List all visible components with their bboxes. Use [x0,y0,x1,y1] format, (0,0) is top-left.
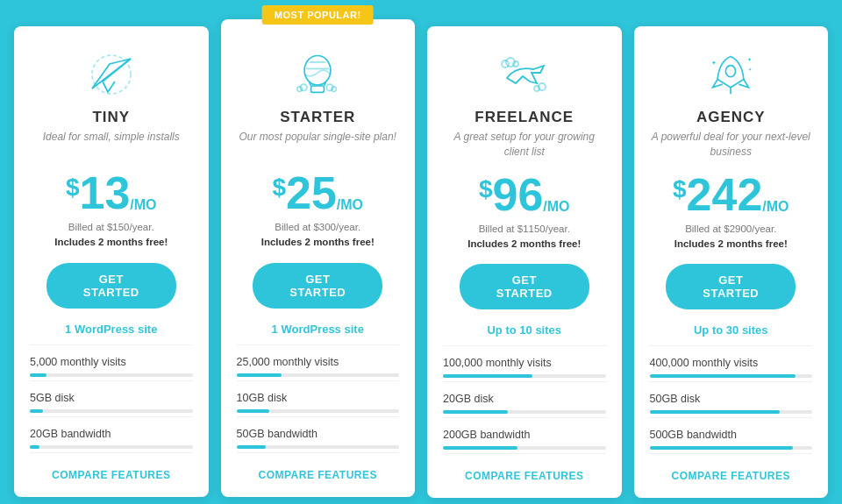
price-amount: 242 [687,172,763,217]
plan-icon-tiny [80,47,143,100]
feature-bar-fill [237,409,269,413]
feature-bar-fill [650,374,796,378]
feature-label: 5GB disk [30,392,75,404]
plan-name: TINY [92,109,130,126]
plan-price: $ 96 /MO [479,172,570,217]
feature-bar-bg [650,410,813,414]
feature-bar-fill [30,445,39,449]
feature-label: 20GB bandwidth [30,428,111,440]
feature-label: 500GB bandwidth [650,429,737,441]
plan-icon-starter [286,47,349,100]
feature-label: 20GB disk [443,393,494,405]
plan-features-list: 5,000 monthly visits 5GB disk 20GB bandw… [30,344,193,453]
price-dollar: $ [66,175,80,200]
plan-name: AGENCY [696,109,766,126]
feature-bar-bg [650,446,813,450]
get-started-button[interactable]: GET STARTED [46,263,176,309]
price-amount: 13 [80,170,131,216]
feature-bar-fill [443,410,508,414]
price-amount: 25 [286,170,337,216]
price-billed: Billed at $150/year.Includes 2 months fr… [54,220,168,251]
plan-sites: 1 WordPress site [272,323,364,336]
feature-bar-fill [237,445,266,449]
feature-bar-bg [30,445,193,449]
feature-row: 25,000 monthly visits [237,345,400,381]
price-billed: Billed at $2900/year.Includes 2 months f… [674,222,788,252]
svg-rect-5 [311,86,325,92]
plan-name: FREELANCE [475,109,574,126]
feature-label: 5,000 monthly visits [30,356,126,368]
plan-card-tiny: TINY Ideal for small, simple installs $ … [14,26,209,497]
get-started-button[interactable]: GET STARTED [460,264,589,309]
svg-text:✦: ✦ [747,57,752,62]
feature-row: 200GB bandwidth [443,418,606,454]
feature-bar-bg [443,410,606,414]
compare-features-link[interactable]: COMPARE FEATURES [52,469,171,481]
feature-row: 5GB disk [30,381,193,417]
plan-price: $ 13 /MO [66,170,157,216]
feature-bar-bg [650,374,813,378]
feature-label: 10GB disk [237,392,288,404]
feature-bar-fill [650,410,780,414]
feature-row: 50GB bandwidth [237,417,400,453]
price-mo: /MO [337,198,363,212]
compare-features-link[interactable]: COMPARE FEATURES [671,470,790,482]
feature-label: 100,000 monthly visits [443,357,552,369]
plan-features-list: 100,000 monthly visits 20GB disk 200GB b… [443,345,606,454]
price-dollar: $ [479,177,493,202]
feature-row: 5,000 monthly visits [30,345,193,381]
feature-label: 50GB bandwidth [237,428,318,440]
plan-sites: Up to 10 sites [487,323,561,337]
feature-bar-fill [30,409,43,413]
get-started-button[interactable]: GET STARTED [666,264,796,309]
price-dollar: $ [673,177,687,202]
feature-bar-fill [443,374,532,378]
svg-point-17 [726,66,736,77]
plan-card-freelance: FREELANCE A great setup for your growing… [427,26,622,498]
svg-text:✦: ✦ [749,67,753,72]
compare-features-link[interactable]: COMPARE FEATURES [465,470,584,482]
feature-row: 50GB disk [650,382,813,418]
price-mo: /MO [130,198,156,212]
plan-desc: Ideal for small, simple installs [43,130,180,158]
plan-card-agency: ✦ ✦ ✦ AGENCY A powerful deal for your ne… [634,26,829,498]
plan-desc: Our most popular single-site plan! [239,130,396,158]
feature-row: 10GB disk [237,381,400,417]
feature-row: 20GB disk [443,382,606,418]
plan-sites: 1 WordPress site [65,323,157,336]
feature-bar-fill [237,373,282,377]
price-mo: /MO [543,200,569,214]
get-started-button[interactable]: GET STARTED [253,263,382,309]
feature-label: 200GB bandwidth [443,429,530,441]
feature-bar-fill [30,373,46,377]
plan-price: $ 242 /MO [673,172,789,217]
feature-bar-bg [237,445,400,449]
plan-desc: A powerful deal for your next-level busi… [650,130,813,160]
feature-row: 500GB bandwidth [650,418,813,454]
pricing-cards-container: TINY Ideal for small, simple installs $ … [14,26,828,498]
price-amount: 96 [493,172,544,217]
plan-card-starter: MOST POPULAR! STARTER Our most popular s… [221,19,416,497]
feature-bar-fill [443,446,517,450]
plan-features-list: 25,000 monthly visits 10GB disk 50GB ban… [237,344,400,453]
compare-features-link[interactable]: COMPARE FEATURES [258,469,377,481]
feature-row: 20GB bandwidth [30,417,193,453]
feature-row: 400,000 monthly visits [650,346,813,382]
plan-price: $ 25 /MO [272,170,363,216]
plan-features-list: 400,000 monthly visits 50GB disk 500GB b… [650,345,813,454]
price-dollar: $ [272,175,286,200]
plan-sites: Up to 30 sites [694,323,768,337]
plan-name: STARTER [280,109,355,126]
feature-label: 25,000 monthly visits [237,356,339,368]
feature-label: 400,000 monthly visits [650,357,759,369]
feature-label: 50GB disk [650,393,701,405]
price-mo: /MO [762,200,788,214]
feature-row: 100,000 monthly visits [443,346,606,382]
most-popular-badge: MOST POPULAR! [262,5,374,25]
feature-bar-bg [237,409,400,413]
plan-icon-freelance [493,47,556,100]
svg-text:✦: ✦ [711,59,717,67]
feature-bar-bg [30,373,193,377]
plan-desc: A great setup for your growing client li… [443,130,606,160]
price-billed: Billed at $1150/year.Includes 2 months f… [467,222,581,252]
